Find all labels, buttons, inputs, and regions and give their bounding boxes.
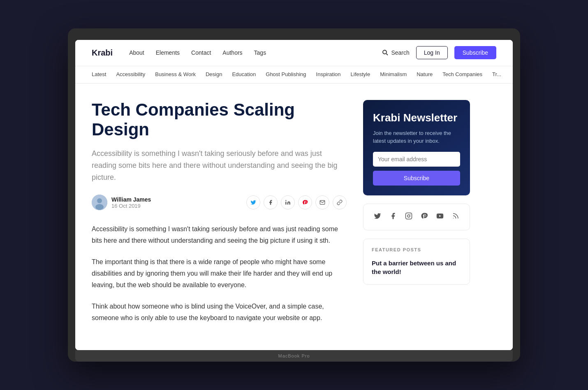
article-body: Accessibility is something I wasn't taki…	[92, 223, 347, 324]
social-youtube[interactable]	[436, 212, 444, 222]
svg-rect-5	[285, 202, 286, 205]
tag-accessibility[interactable]: Accessibility	[116, 66, 145, 83]
social-links-box	[363, 204, 470, 230]
social-rss[interactable]	[452, 212, 459, 222]
macbook-notch	[282, 36, 306, 40]
featured-post-1-title[interactable]: Put a barrier between us and the world!	[372, 259, 461, 276]
tag-latest[interactable]: Latest	[92, 66, 106, 83]
nav-tags[interactable]: Tags	[254, 49, 266, 56]
svg-point-11	[453, 218, 454, 218]
share-linkedin[interactable]	[281, 195, 295, 209]
social-pinterest[interactable]	[421, 212, 428, 222]
tag-tech-companies[interactable]: Tech Companies	[442, 66, 482, 83]
share-icons	[246, 195, 347, 209]
featured-posts-section: FEATURED POSTS Put a barrier between us …	[363, 239, 470, 285]
nav-about[interactable]: About	[129, 49, 144, 56]
featured-posts-label: FEATURED POSTS	[372, 247, 461, 252]
svg-point-6	[285, 200, 286, 201]
macbook-frame: Krabi About Elements Contact Authors Tag…	[68, 28, 520, 362]
avatar-image	[92, 195, 107, 210]
author-name: William James	[111, 196, 151, 203]
article: Tech Companies Scaling Design Accessibil…	[92, 100, 347, 334]
article-title: Tech Companies Scaling Design	[92, 100, 347, 140]
share-link[interactable]	[333, 195, 347, 209]
social-facebook[interactable]	[389, 212, 397, 222]
article-excerpt: Accessibility is something I wasn't taki…	[92, 148, 347, 183]
svg-rect-7	[406, 213, 412, 219]
share-email[interactable]	[315, 195, 329, 209]
svg-point-0	[383, 50, 387, 54]
author-info: William James 16 Oct 2019	[92, 195, 151, 210]
search-icon	[382, 49, 389, 56]
search-button[interactable]: Search	[382, 49, 409, 56]
tag-minimalism[interactable]: Minimalism	[380, 66, 407, 83]
macbook-screen: Krabi About Elements Contact Authors Tag…	[75, 40, 513, 351]
share-pinterest[interactable]	[298, 195, 312, 209]
share-facebook[interactable]	[264, 195, 278, 209]
svg-point-8	[407, 215, 410, 217]
subscribe-button[interactable]: Subscribe	[454, 46, 496, 59]
sidebar: Krabi Newsletter Join the newsletter to …	[363, 100, 470, 334]
body-para-3: Think about how someone who is blind usi…	[92, 301, 347, 324]
site-header: Krabi About Elements Contact Authors Tag…	[75, 40, 513, 66]
newsletter-box: Krabi Newsletter Join the newsletter to …	[363, 100, 470, 195]
newsletter-email-input[interactable]	[373, 152, 460, 167]
main-content: Tech Companies Scaling Design Accessibil…	[75, 84, 513, 351]
share-twitter[interactable]	[246, 195, 260, 209]
svg-point-4	[95, 204, 104, 210]
nav-contact[interactable]: Contact	[191, 49, 211, 56]
author-date: 16 Oct 2019	[111, 203, 151, 209]
body-para-2: The important thing is that there is a w…	[92, 256, 347, 291]
svg-point-3	[97, 198, 102, 203]
newsletter-description: Join the newsletter to receive the lates…	[373, 129, 460, 145]
svg-point-9	[410, 214, 411, 215]
article-meta: William James 16 Oct 2019	[92, 195, 347, 210]
main-nav: About Elements Contact Authors Tags	[129, 49, 382, 56]
tag-lifestyle[interactable]: Lifestyle	[351, 66, 370, 83]
tag-more[interactable]: Tr...	[492, 66, 501, 83]
social-twitter[interactable]	[374, 212, 381, 222]
tag-inspiration[interactable]: Inspiration	[316, 66, 341, 83]
svg-line-1	[387, 54, 388, 56]
social-instagram[interactable]	[405, 212, 412, 222]
avatar	[92, 195, 107, 210]
macbook-label: MacBook Pro	[278, 353, 310, 358]
nav-elements[interactable]: Elements	[156, 49, 180, 56]
body-para-1: Accessibility is something I wasn't taki…	[92, 223, 347, 246]
tag-business[interactable]: Business & Work	[155, 66, 196, 83]
tag-education[interactable]: Education	[232, 66, 256, 83]
header-actions: Search Log In Subscribe	[382, 46, 496, 59]
newsletter-submit-button[interactable]: Subscribe	[373, 171, 460, 186]
macbook-base: MacBook Pro	[75, 350, 513, 362]
newsletter-title: Krabi Newsletter	[373, 111, 460, 124]
tag-design[interactable]: Design	[206, 66, 222, 83]
login-button[interactable]: Log In	[416, 46, 448, 59]
tag-nature[interactable]: Nature	[417, 66, 433, 83]
tag-nav: Latest Accessibility Business & Work Des…	[75, 66, 513, 84]
site-logo[interactable]: Krabi	[92, 48, 113, 58]
tag-ghost[interactable]: Ghost Publishing	[266, 66, 306, 83]
author-details: William James 16 Oct 2019	[111, 196, 151, 209]
nav-authors[interactable]: Authors	[222, 49, 242, 56]
